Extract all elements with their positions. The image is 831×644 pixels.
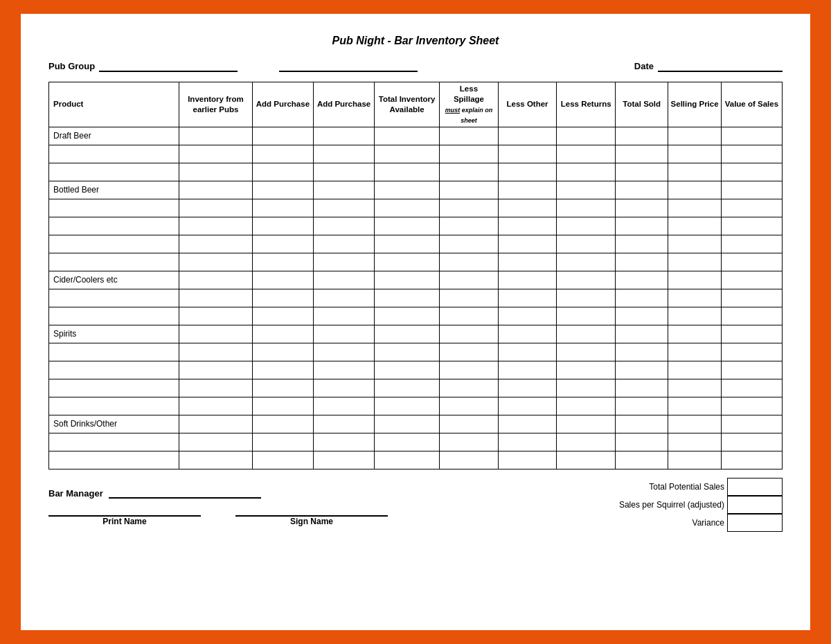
print-name-line[interactable] xyxy=(48,503,201,517)
data-cell[interactable] xyxy=(179,253,253,271)
data-cell[interactable] xyxy=(313,289,374,307)
data-cell[interactable] xyxy=(252,127,313,145)
data-cell[interactable] xyxy=(313,307,374,325)
data-cell[interactable] xyxy=(721,271,782,289)
data-cell[interactable] xyxy=(721,433,782,451)
data-cell[interactable] xyxy=(440,181,499,199)
data-cell[interactable] xyxy=(252,289,313,307)
data-cell[interactable] xyxy=(440,307,499,325)
data-cell[interactable] xyxy=(668,253,721,271)
data-cell[interactable] xyxy=(616,217,668,235)
product-cell[interactable] xyxy=(49,163,179,181)
data-cell[interactable] xyxy=(498,145,557,163)
data-cell[interactable] xyxy=(440,361,499,379)
data-cell[interactable] xyxy=(498,343,557,361)
product-cell[interactable]: Draft Beer xyxy=(49,127,179,145)
data-cell[interactable] xyxy=(721,361,782,379)
data-cell[interactable] xyxy=(252,217,313,235)
data-cell[interactable] xyxy=(721,163,782,181)
date-line[interactable] xyxy=(658,60,783,72)
product-cell[interactable] xyxy=(49,307,179,325)
data-cell[interactable] xyxy=(375,271,440,289)
data-cell[interactable] xyxy=(616,271,668,289)
data-cell[interactable] xyxy=(440,433,499,451)
data-cell[interactable] xyxy=(313,415,374,433)
data-cell[interactable] xyxy=(179,433,253,451)
data-cell[interactable] xyxy=(375,325,440,343)
data-cell[interactable] xyxy=(668,379,721,397)
data-cell[interactable] xyxy=(179,415,253,433)
product-cell[interactable]: Spirits xyxy=(49,325,179,343)
data-cell[interactable] xyxy=(252,253,313,271)
data-cell[interactable] xyxy=(498,181,557,199)
data-cell[interactable] xyxy=(179,343,253,361)
data-cell[interactable] xyxy=(179,163,253,181)
data-cell[interactable] xyxy=(375,145,440,163)
product-cell[interactable] xyxy=(49,235,179,253)
data-cell[interactable] xyxy=(313,235,374,253)
product-cell[interactable] xyxy=(49,289,179,307)
data-cell[interactable] xyxy=(179,271,253,289)
product-cell[interactable] xyxy=(49,199,179,217)
data-cell[interactable] xyxy=(557,181,616,199)
data-cell[interactable] xyxy=(179,127,253,145)
data-cell[interactable] xyxy=(557,217,616,235)
data-cell[interactable] xyxy=(313,325,374,343)
data-cell[interactable] xyxy=(313,217,374,235)
data-cell[interactable] xyxy=(375,343,440,361)
data-cell[interactable] xyxy=(179,361,253,379)
total-potential-sales-box[interactable] xyxy=(727,478,783,496)
data-cell[interactable] xyxy=(721,343,782,361)
data-cell[interactable] xyxy=(179,451,253,469)
data-cell[interactable] xyxy=(179,199,253,217)
data-cell[interactable] xyxy=(252,325,313,343)
data-cell[interactable] xyxy=(440,253,499,271)
data-cell[interactable] xyxy=(498,199,557,217)
data-cell[interactable] xyxy=(498,289,557,307)
data-cell[interactable] xyxy=(375,217,440,235)
product-cell[interactable] xyxy=(49,451,179,469)
data-cell[interactable] xyxy=(616,343,668,361)
data-cell[interactable] xyxy=(313,181,374,199)
data-cell[interactable] xyxy=(668,145,721,163)
data-cell[interactable] xyxy=(313,199,374,217)
data-cell[interactable] xyxy=(557,451,616,469)
data-cell[interactable] xyxy=(616,415,668,433)
data-cell[interactable] xyxy=(668,361,721,379)
data-cell[interactable] xyxy=(668,235,721,253)
data-cell[interactable] xyxy=(721,325,782,343)
product-cell[interactable] xyxy=(49,397,179,415)
data-cell[interactable] xyxy=(616,433,668,451)
data-cell[interactable] xyxy=(375,379,440,397)
data-cell[interactable] xyxy=(616,181,668,199)
data-cell[interactable] xyxy=(498,253,557,271)
data-cell[interactable] xyxy=(498,163,557,181)
data-cell[interactable] xyxy=(252,451,313,469)
bar-manager-line[interactable] xyxy=(109,485,261,499)
data-cell[interactable] xyxy=(498,361,557,379)
data-cell[interactable] xyxy=(498,433,557,451)
data-cell[interactable] xyxy=(721,181,782,199)
data-cell[interactable] xyxy=(252,433,313,451)
product-cell[interactable] xyxy=(49,145,179,163)
data-cell[interactable] xyxy=(498,127,557,145)
data-cell[interactable] xyxy=(557,361,616,379)
product-cell[interactable] xyxy=(49,343,179,361)
data-cell[interactable] xyxy=(179,325,253,343)
data-cell[interactable] xyxy=(668,343,721,361)
data-cell[interactable] xyxy=(179,145,253,163)
data-cell[interactable] xyxy=(668,271,721,289)
data-cell[interactable] xyxy=(252,397,313,415)
data-cell[interactable] xyxy=(252,361,313,379)
sign-name-line[interactable] xyxy=(235,503,388,517)
data-cell[interactable] xyxy=(668,163,721,181)
data-cell[interactable] xyxy=(498,217,557,235)
data-cell[interactable] xyxy=(440,271,499,289)
data-cell[interactable] xyxy=(440,343,499,361)
data-cell[interactable] xyxy=(252,163,313,181)
data-cell[interactable] xyxy=(440,289,499,307)
data-cell[interactable] xyxy=(557,397,616,415)
data-cell[interactable] xyxy=(668,307,721,325)
data-cell[interactable] xyxy=(668,289,721,307)
product-cell[interactable]: Cider/Coolers etc xyxy=(49,271,179,289)
